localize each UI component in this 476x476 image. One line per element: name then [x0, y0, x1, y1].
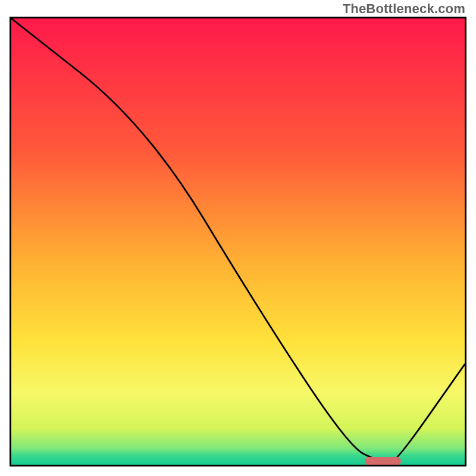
chart-container: TheBottleneck.com	[0, 0, 476, 476]
optimal-range-marker	[365, 457, 401, 465]
plot-frame	[10, 17, 466, 466]
bottleneck-curve	[11, 18, 465, 465]
watermark-text: TheBottleneck.com	[343, 1, 465, 17]
